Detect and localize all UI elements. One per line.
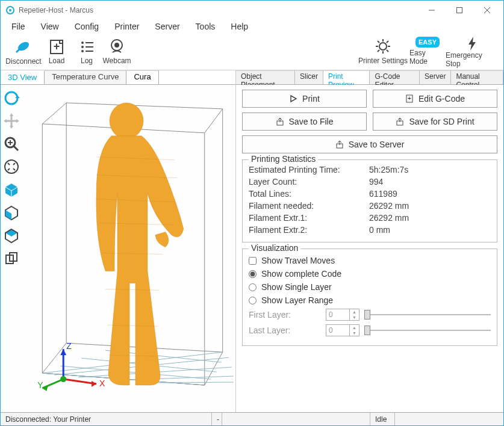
front-view-tool[interactable] xyxy=(2,203,21,222)
tab-slicer[interactable]: Slicer xyxy=(295,70,323,84)
maximize-button[interactable] xyxy=(446,1,473,19)
svg-line-56 xyxy=(205,109,223,133)
svg-marker-34 xyxy=(4,119,7,123)
menu-config[interactable]: Config xyxy=(71,20,102,32)
tab-gcode-editor[interactable]: G-Code Editor xyxy=(370,70,420,84)
log-icon xyxy=(78,37,96,55)
easy-mode-button[interactable]: EASY Easy Mode xyxy=(409,34,446,68)
svg-point-69 xyxy=(110,103,143,139)
first-layer-slider[interactable] xyxy=(364,309,491,320)
tab-cura[interactable]: Cura xyxy=(126,70,158,84)
svg-line-78 xyxy=(63,379,96,384)
menu-file[interactable]: File xyxy=(8,20,29,32)
close-button[interactable] xyxy=(473,1,501,19)
stats-legend: Printing Statistics xyxy=(249,154,318,164)
parallel-tool[interactable] xyxy=(2,248,21,268)
visualization: Visualization Show Travel Moves Show com… xyxy=(242,248,497,346)
statusbar: Disconnected: Your Printer - Idle xyxy=(1,412,503,425)
emergency-stop-button[interactable]: Emergency Stop xyxy=(446,34,499,68)
show-travel-checkbox[interactable] xyxy=(249,257,257,265)
show-single-radio[interactable] xyxy=(249,283,257,291)
fit-tool[interactable] xyxy=(2,157,21,176)
disconnect-button[interactable]: Disconnect xyxy=(5,34,42,68)
filament-extr2-value: 0 mm xyxy=(369,225,491,235)
log-button[interactable]: Log xyxy=(72,34,102,68)
tab-temperature[interactable]: Temperature Curve xyxy=(45,70,126,84)
status-dash: - xyxy=(212,415,222,424)
webcam-button[interactable]: Webcam xyxy=(102,34,132,68)
spin-down-icon[interactable]: ▼ xyxy=(349,330,359,336)
top-view-tool[interactable] xyxy=(2,226,21,245)
svg-point-10 xyxy=(81,42,84,44)
last-layer-input[interactable]: 0▲▼ xyxy=(326,324,359,336)
svg-line-25 xyxy=(387,41,388,43)
est-time-label: Estimated Printing Time: xyxy=(249,165,369,174)
load-button[interactable]: + Load xyxy=(42,34,72,68)
tab-server[interactable]: Server xyxy=(420,70,451,84)
content-area: 3D View Temperature Curve Cura xyxy=(1,70,503,412)
filament-needed-value: 26292 mm xyxy=(369,201,491,211)
iso-view-tool[interactable] xyxy=(2,180,21,199)
preview-panel: Print + Edit G-Code Save to File Save fo… xyxy=(236,85,503,412)
edit-gcode-button[interactable]: + Edit G-Code xyxy=(373,90,497,108)
export-icon xyxy=(335,140,344,149)
spin-up-icon[interactable]: ▲ xyxy=(349,325,359,330)
right-tabs: Object Placement Slicer Print Preview G-… xyxy=(236,70,503,85)
menu-view[interactable]: View xyxy=(37,20,63,32)
export-icon xyxy=(396,117,404,126)
viewport: X Y Z xyxy=(1,85,235,412)
svg-text:+: + xyxy=(408,95,411,102)
zoom-tool[interactable] xyxy=(2,134,21,153)
side-tools xyxy=(1,85,23,412)
svg-marker-33 xyxy=(10,126,13,129)
svg-marker-27 xyxy=(468,37,476,50)
first-layer-input[interactable]: 0▲▼ xyxy=(326,309,359,321)
last-layer-slider[interactable] xyxy=(364,325,491,336)
first-layer-label: First Layer: xyxy=(249,310,321,320)
svg-rect-3 xyxy=(457,8,462,13)
svg-line-44 xyxy=(13,168,15,170)
menu-server[interactable]: Server xyxy=(151,20,183,32)
titlebar: Repetier-Host - Marcus xyxy=(1,1,503,20)
menu-tools[interactable]: Tools xyxy=(192,20,219,32)
tab-object-placement[interactable]: Object Placement xyxy=(236,70,295,84)
tab-print-preview[interactable]: Print Preview xyxy=(323,70,370,84)
move-tool[interactable] xyxy=(2,111,21,131)
svg-line-57 xyxy=(66,103,223,109)
layer-count-label: Layer Count: xyxy=(249,177,369,187)
plug-icon xyxy=(14,37,33,56)
save-to-file-button[interactable]: Save to File xyxy=(242,113,367,131)
menu-help[interactable]: Help xyxy=(227,20,252,32)
save-server-button[interactable]: Save to Server xyxy=(242,135,497,153)
rotate-tool[interactable] xyxy=(2,88,21,108)
svg-line-41 xyxy=(8,163,10,165)
show-complete-radio[interactable] xyxy=(249,270,257,278)
svg-text:+: + xyxy=(54,40,60,52)
bolt-icon xyxy=(463,34,481,50)
menubar: File View Config Printer Server Tools He… xyxy=(1,20,503,33)
app-icon xyxy=(5,5,15,15)
svg-line-43 xyxy=(8,168,10,170)
svg-marker-32 xyxy=(10,113,13,116)
3d-canvas[interactable]: X Y Z xyxy=(23,85,235,412)
filament-extr1-label: Filament Extr.1: xyxy=(249,213,369,223)
svg-line-55 xyxy=(42,103,66,124)
printer-settings-button[interactable]: Printer Settings xyxy=(356,34,409,68)
show-range-radio[interactable] xyxy=(249,297,257,304)
spin-up-icon[interactable]: ▲ xyxy=(349,309,359,315)
toolbar: Disconnect + Load Log Webcam Printer Set… xyxy=(1,33,503,70)
menu-printer[interactable]: Printer xyxy=(111,20,143,32)
svg-line-75 xyxy=(105,289,160,290)
svg-marker-86 xyxy=(291,96,296,102)
print-button[interactable]: Print xyxy=(242,90,367,108)
minimize-button[interactable] xyxy=(418,1,446,19)
est-time-value: 5h:25m:7s xyxy=(369,165,491,174)
save-sd-button[interactable]: Save for SD Print xyxy=(373,113,497,131)
total-lines-value: 611989 xyxy=(369,189,491,199)
svg-line-42 xyxy=(13,163,15,165)
right-pane: Object Placement Slicer Print Preview G-… xyxy=(236,70,503,412)
tab-3d-view[interactable]: 3D View xyxy=(1,70,45,84)
easy-icon: EASY xyxy=(415,37,440,48)
spin-down-icon[interactable]: ▼ xyxy=(349,315,359,320)
tab-manual-control[interactable]: Manual Control xyxy=(451,70,503,84)
